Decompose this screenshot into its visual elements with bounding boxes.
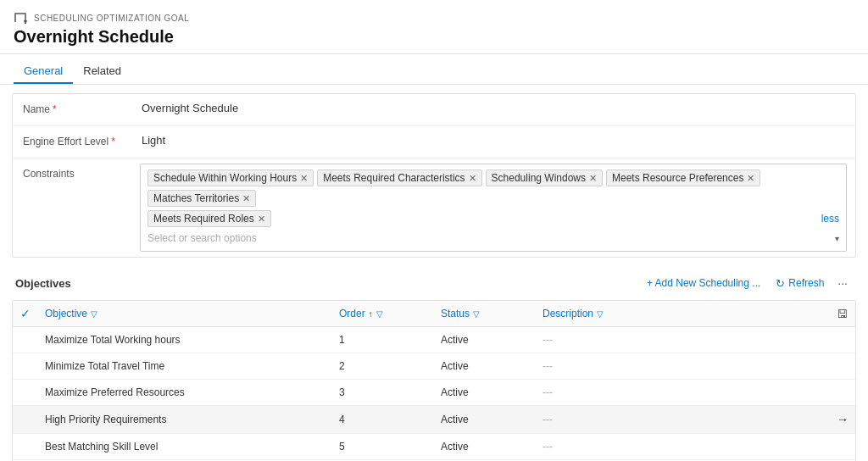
add-new-scheduling-button[interactable]: + Add New Scheduling ... xyxy=(640,274,767,292)
th-check: ✓ xyxy=(13,301,38,326)
constraints-box[interactable]: Schedule Within Working Hours ✕ Meets Re… xyxy=(140,164,847,252)
tag-x-resource-preferences[interactable]: ✕ xyxy=(747,173,754,184)
row5-check xyxy=(13,440,38,453)
row5-objective[interactable]: Best Matching Skill Level xyxy=(38,434,332,459)
sort-objective-icon: ▽ xyxy=(91,309,97,319)
checkmark-header: ✓ xyxy=(20,307,31,320)
row2-description: --- xyxy=(536,353,830,379)
row5-status: Active xyxy=(434,434,536,459)
name-row: Name * Overnight Schedule xyxy=(13,94,855,126)
tag-scheduling-windows[interactable]: Scheduling Windows ✕ xyxy=(486,169,603,186)
engine-effort-label: Engine Effort Level * xyxy=(13,126,131,156)
table-row: High Priority Requirements 4 Active --- … xyxy=(13,406,855,434)
row2-status: Active xyxy=(434,353,536,379)
sort-status-icon: ▽ xyxy=(473,309,480,319)
row3-description: --- xyxy=(536,380,830,405)
row2-check xyxy=(13,359,38,373)
row4-arrow[interactable]: → xyxy=(830,406,855,433)
tab-related[interactable]: Related xyxy=(73,58,131,84)
table-row: Minimize Total Travel Time 2 Active --- xyxy=(13,353,855,380)
page-container: SCHEDULING OPTIMIZATION GOAL Overnight S… xyxy=(0,0,868,461)
constraints-label: Constraints xyxy=(13,158,131,188)
th-actions: 🖫 xyxy=(830,301,855,326)
row2-objective[interactable]: Minimize Total Travel Time xyxy=(38,353,332,379)
row2-order: 2 xyxy=(332,353,434,379)
row4-status: Active xyxy=(434,407,536,432)
tag-x-meets-roles[interactable]: ✕ xyxy=(258,214,265,225)
scheduling-icon xyxy=(14,10,29,25)
row3-status: Active xyxy=(434,380,536,405)
sort-order-icon: ↑ xyxy=(369,309,373,319)
row1-check xyxy=(13,333,38,347)
table-row: Best Matching Skill Level 5 Active --- xyxy=(13,434,855,460)
th-order[interactable]: Order ↑ ▽ xyxy=(332,301,434,326)
table-row: Maximize Preferred Resources 3 Active --… xyxy=(13,380,855,406)
engine-effort-value[interactable]: Light xyxy=(131,126,855,154)
row1-objective[interactable]: Maximize Total Working hours xyxy=(38,327,332,353)
form-section: Name * Overnight Schedule Engine Effort … xyxy=(12,93,856,258)
row5-order: 5 xyxy=(332,434,434,459)
tag-resource-preferences[interactable]: Meets Resource Preferences ✕ xyxy=(606,169,760,186)
refresh-button[interactable]: ↻ Refresh xyxy=(769,274,831,293)
th-status[interactable]: Status ▽ xyxy=(434,301,536,326)
search-placeholder[interactable]: Select or search options ▾ xyxy=(147,230,839,246)
tag-schedule-within[interactable]: Schedule Within Working Hours ✕ xyxy=(147,169,314,186)
tab-general[interactable]: General xyxy=(14,58,73,84)
row4-check xyxy=(13,413,38,426)
sort-order-icon2: ▽ xyxy=(376,309,383,319)
tag-matches-territories[interactable]: Matches Territories ✕ xyxy=(147,190,256,207)
tag-x-meets-characteristics[interactable]: ✕ xyxy=(469,173,476,184)
row5-actions xyxy=(830,440,855,453)
row4-description: --- xyxy=(536,407,830,432)
more-options-button[interactable]: ··· xyxy=(832,273,853,293)
objectives-section: Objectives + Add New Scheduling ... ↻ Re… xyxy=(12,266,856,461)
objectives-header: Objectives + Add New Scheduling ... ↻ Re… xyxy=(12,266,856,300)
save-icon: 🖫 xyxy=(837,308,848,320)
constraints-row: Constraints Schedule Within Working Hour… xyxy=(13,158,855,257)
tag-x-scheduling-windows[interactable]: ✕ xyxy=(589,173,597,184)
engine-effort-row: Engine Effort Level * Light xyxy=(13,126,855,158)
tag-x-matches-territories[interactable]: ✕ xyxy=(242,193,250,204)
engine-effort-required: * xyxy=(111,136,115,147)
row3-check xyxy=(13,386,38,399)
row1-description: --- xyxy=(536,327,830,353)
less-link[interactable]: less xyxy=(821,213,839,225)
th-description[interactable]: Description ▽ xyxy=(536,301,830,326)
name-value[interactable]: Overnight Schedule xyxy=(131,94,855,122)
tag-meets-characteristics[interactable]: Meets Required Characteristics ✕ xyxy=(317,169,481,186)
row4-order: 4 xyxy=(332,407,434,432)
table-header: ✓ Objective ▽ Order ↑ ▽ Status ▽ Descrip… xyxy=(13,301,855,327)
name-label: Name * xyxy=(13,94,131,124)
row1-actions xyxy=(830,333,855,347)
row1-status: Active xyxy=(434,327,536,353)
tag-row2: Meets Required Roles ✕ xyxy=(147,210,271,227)
tag-x-schedule-within[interactable]: ✕ xyxy=(300,173,308,184)
row4-objective[interactable]: High Priority Requirements xyxy=(38,407,332,432)
constraints-second-row: Meets Required Roles ✕ less xyxy=(147,210,839,227)
row5-description: --- xyxy=(536,434,830,459)
objectives-title: Objectives xyxy=(15,277,71,290)
tag-meets-roles[interactable]: Meets Required Roles ✕ xyxy=(147,210,271,227)
row1-order: 1 xyxy=(332,327,434,353)
header-subtitle: SCHEDULING OPTIMIZATION GOAL xyxy=(14,10,854,25)
page-header: SCHEDULING OPTIMIZATION GOAL Overnight S… xyxy=(0,0,868,54)
row2-actions xyxy=(830,359,855,373)
row3-order: 3 xyxy=(332,380,434,405)
constraint-tags-row1: Schedule Within Working Hours ✕ Meets Re… xyxy=(147,169,839,207)
refresh-icon: ↻ xyxy=(776,277,785,290)
tabs-bar: General Related xyxy=(0,58,868,85)
th-objective[interactable]: Objective ▽ xyxy=(38,301,332,326)
table-row: Maximize Total Working hours 1 Active --… xyxy=(13,327,855,353)
objectives-actions: + Add New Scheduling ... ↻ Refresh ··· xyxy=(640,273,853,293)
sort-description-icon: ▽ xyxy=(597,309,604,319)
objectives-table: ✓ Objective ▽ Order ↑ ▽ Status ▽ Descrip… xyxy=(12,300,856,461)
dropdown-arrow-icon: ▾ xyxy=(835,234,839,243)
page-title: Overnight Schedule xyxy=(14,27,854,47)
name-required: * xyxy=(53,103,57,115)
row3-objective[interactable]: Maximize Preferred Resources xyxy=(38,380,332,405)
row3-actions xyxy=(830,386,855,399)
